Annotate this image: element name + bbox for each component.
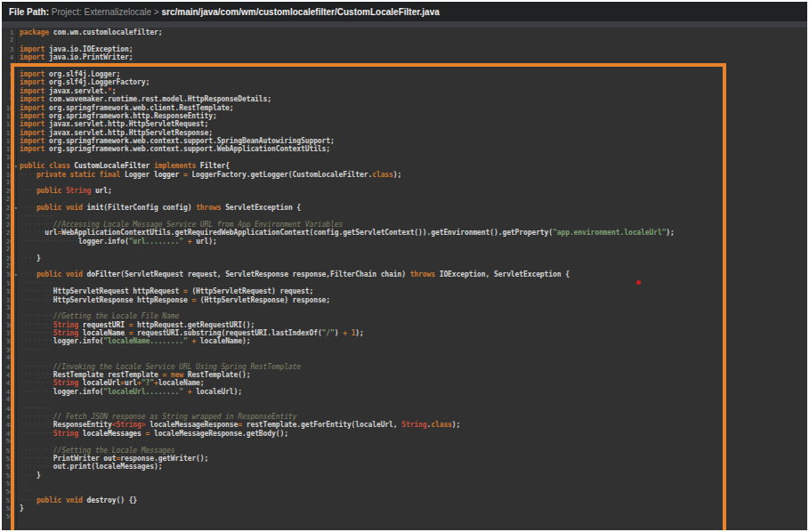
code-line[interactable]: 34: [2, 304, 807, 312]
code-line[interactable]: 29: [2, 262, 807, 270]
code-line[interactable]: 11import org.springframework.http.Respon…: [2, 112, 807, 120]
code-line[interactable]: 55··: [2, 480, 807, 488]
line-number: 16: [2, 154, 13, 162]
code-line[interactable]: 2: [2, 36, 807, 44]
code-line[interactable]: 21: [2, 196, 807, 204]
code-line[interactable]: 28····}: [2, 254, 807, 262]
code-line[interactable]: 49········String localeMessages = locale…: [2, 430, 807, 438]
line-number: 59: [2, 513, 13, 521]
code-line-text: ········String localeUrl=url+"?"+localeN…: [20, 379, 205, 387]
code-line-text: import org.springframework.web.context.s…: [20, 145, 330, 153]
code-line[interactable]: 56····: [2, 488, 807, 496]
line-number: 50: [2, 438, 13, 446]
code-line[interactable]: 31········: [2, 279, 807, 287]
code-line[interactable]: 51········//Setting the Locale Messages: [2, 447, 807, 455]
code-line[interactable]: 58}: [2, 504, 807, 512]
code-line[interactable]: 10import org.springframework.web.client.…: [2, 104, 807, 112]
code-line[interactable]: 9import com.wavemaker.runtime.rest.model…: [2, 95, 807, 103]
code-line[interactable]: 15import org.springframework.web.context…: [2, 145, 807, 153]
code-line[interactable]: 4import java.io.PrintWriter;: [2, 53, 807, 61]
code-line[interactable]: 13import javax.servlet.http.HttpServletR…: [2, 129, 807, 137]
code-line-text: ········ResponseEntity<String> localeMes…: [20, 421, 460, 429]
code-line-text: ········logger.info("localeName........"…: [20, 337, 250, 345]
code-line[interactable]: 35········//Getting the Locale File Name: [2, 312, 807, 320]
code-line[interactable]: 50: [2, 438, 807, 446]
file-path-bar: File Path: Project: Externalizelocale > …: [2, 2, 807, 21]
code-line[interactable]: 26··············logger.info("url........…: [2, 238, 807, 246]
code-line[interactable]: 23········: [2, 213, 807, 221]
code-line[interactable]: 40: [2, 354, 807, 362]
code-line[interactable]: 3import java.io.IOException;: [2, 45, 807, 53]
code-line[interactable]: 39········: [2, 346, 807, 354]
code-line[interactable]: 20····public String url;: [2, 187, 807, 195]
code-line-text: ········String requestURI = httpRequest.…: [20, 321, 255, 329]
code-line[interactable]: 30▾····public void doFilter(ServletReque…: [2, 270, 807, 278]
code-line[interactable]: 24········//Accessing Locale Message Ser…: [2, 221, 807, 229]
code-line[interactable]: 54····}: [2, 472, 807, 480]
code-line-text: ····}: [20, 254, 41, 262]
code-line[interactable]: 53········out.print(localeMessages);: [2, 463, 807, 471]
code-line-text: import javax.servlet.http.HttpServletReq…: [20, 120, 208, 128]
code-line[interactable]: 59: [2, 513, 807, 521]
code-line[interactable]: 42········RestTemplate restTemplate = ne…: [2, 371, 807, 379]
code-line-text: ········//Accessing Locale Message Servi…: [20, 221, 343, 229]
code-line[interactable]: 45: [2, 396, 807, 404]
file-path-label: File Path:: [9, 7, 49, 17]
code-line[interactable]: 44········logger.info("localeUrl........…: [2, 388, 807, 396]
code-line[interactable]: 33········HttpServletResponse httpRespon…: [2, 296, 807, 304]
code-line[interactable]: 47········// Fetch JSON response as Stri…: [2, 413, 807, 421]
line-number: 5: [2, 62, 13, 70]
code-line[interactable]: 1package com.wm.customlocalefilter;: [2, 28, 807, 36]
code-line-text: ······url=WebApplicationContextUtils.get…: [20, 229, 675, 237]
code-line-text: ····}: [20, 472, 41, 480]
code-line-text: ········out.print(localeMessages);: [20, 463, 162, 471]
line-number: 27: [2, 246, 13, 254]
code-line-text: ········: [20, 279, 53, 287]
line-number: 29: [2, 262, 13, 270]
code-line-text: ········HttpServletRequest httpRequest =…: [20, 287, 313, 295]
code-line[interactable]: 5: [2, 62, 807, 70]
code-line[interactable]: 12import javax.servlet.http.HttpServletR…: [2, 120, 807, 128]
file-path-value: src/main/java/com/wm/customlocalefilter/…: [161, 7, 439, 17]
code-line-text: ··: [20, 480, 28, 488]
code-line[interactable]: 57····public void destroy() {}: [2, 496, 807, 504]
code-line-text: ····public void doFilter(ServletRequest …: [20, 270, 570, 278]
fold-chevron-icon[interactable]: ▾: [14, 162, 18, 170]
code-editor[interactable]: 1package com.wm.customlocalefilter;23imp…: [2, 28, 807, 530]
code-line[interactable]: 6import org.slf4j.Logger;: [2, 70, 807, 78]
code-line[interactable]: 41········//Invoking the Locale Service …: [2, 363, 807, 371]
code-line[interactable]: 16: [2, 154, 807, 162]
code-line[interactable]: 43········String localeUrl=url+"?"+local…: [2, 379, 807, 387]
code-line-text: ····private static final Logger logger =…: [20, 171, 401, 179]
fold-chevron-icon[interactable]: ▾: [14, 204, 18, 212]
code-line[interactable]: 25······url=WebApplicationContextUtils.g…: [2, 229, 807, 237]
fold-chevron-icon[interactable]: ▾: [14, 270, 18, 278]
line-number: 21: [2, 196, 13, 204]
code-line-text: ········// Fetch JSON response as String…: [20, 413, 296, 421]
line-number: 2: [2, 36, 13, 44]
code-line-text: import java.io.IOException;: [20, 45, 133, 53]
code-line[interactable]: 32········HttpServletRequest httpRequest…: [2, 287, 807, 295]
editor-window: File Path: Project: Externalizelocale > …: [2, 2, 807, 530]
code-line[interactable]: 22▾····public void init(FilterConfig con…: [2, 204, 807, 212]
code-line-text: ··············logger.info("url........" …: [20, 238, 217, 246]
code-line-text: ········PrintWriter out=response.getWrit…: [20, 455, 208, 463]
code-line[interactable]: 52········PrintWriter out=response.getWr…: [2, 455, 807, 463]
code-line-text: ········String localeMessages = localeMe…: [20, 430, 288, 438]
code-line[interactable]: 19: [2, 179, 807, 187]
code-line-text: ········: [20, 405, 53, 413]
code-line[interactable]: 38········logger.info("localeName.......…: [2, 337, 807, 345]
code-line[interactable]: 18····private static final Logger logger…: [2, 171, 807, 179]
code-line[interactable]: 27: [2, 246, 807, 254]
code-line[interactable]: 48········ResponseEntity<String> localeM…: [2, 421, 807, 429]
code-line[interactable]: 17▾public class CustomLocaleFilter imple…: [2, 162, 807, 170]
code-line[interactable]: 46········: [2, 405, 807, 413]
code-line-text: ····public String url;: [20, 187, 112, 195]
code-line[interactable]: 7import org.slf4j.LoggerFactory;: [2, 78, 807, 86]
code-line-text: import org.slf4j.Logger;: [20, 70, 120, 78]
code-line[interactable]: 8import javax.servlet.*;: [2, 87, 807, 95]
code-line-text: import javax.servlet.http.HttpServletRes…: [20, 129, 213, 137]
code-line-text: ········RestTemplate restTemplate = new …: [20, 371, 250, 379]
code-line-text: ····: [20, 488, 36, 496]
code-line[interactable]: 36········String requestURI = httpReques…: [2, 321, 807, 329]
